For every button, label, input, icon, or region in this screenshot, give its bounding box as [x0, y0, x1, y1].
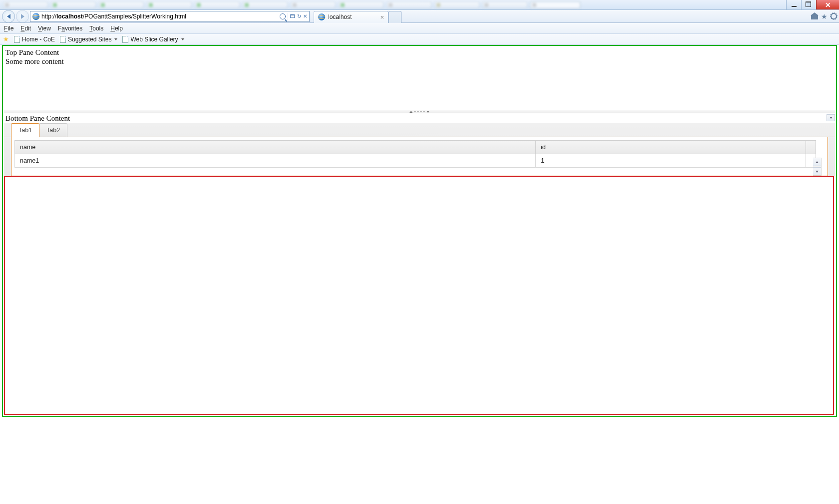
chevron-down-icon: [830, 117, 833, 119]
window-minimize-button[interactable]: [786, 0, 801, 9]
scroll-down-button[interactable]: [827, 114, 835, 121]
chevron-down-icon: [181, 38, 184, 40]
scroll-down-button[interactable]: [813, 167, 821, 175]
menu-view[interactable]: View: [38, 25, 51, 32]
collapse-down-icon: [426, 111, 429, 113]
address-bar-actions: 🗔 ↻ ✕: [280, 13, 307, 20]
table-row[interactable]: name1 1: [15, 154, 816, 168]
ie-logo-icon: [32, 13, 39, 20]
page-icon: [14, 36, 20, 43]
cell-name: name1: [15, 154, 536, 168]
favorites-bar: ★ Home - CoE Suggested Sites Web Slice G…: [0, 34, 839, 45]
page-viewport: Top Pane Content Some more content Botto…: [2, 45, 837, 504]
browser-navbar: http://localhost/POGanttSamples/Splitter…: [0, 10, 839, 23]
top-pane: Top Pane Content Some more content: [4, 47, 835, 109]
add-favorite-icon[interactable]: ★: [3, 35, 9, 43]
background-browser-tabs: [0, 0, 786, 9]
top-pane-line1: Top Pane Content: [5, 48, 834, 57]
menu-favorites[interactable]: Favorites: [58, 25, 82, 32]
tab-tab1[interactable]: Tab1: [11, 123, 39, 137]
browser-tab-active[interactable]: localhost ×: [314, 11, 389, 23]
chevron-down-icon: [114, 38, 117, 40]
bottom-pane-title: Bottom Pane Content: [4, 114, 835, 123]
cell-id: 1: [535, 154, 806, 168]
tabstrip: Tab1 Tab2 name id: [4, 123, 835, 176]
grid-scrollbar[interactable]: [813, 158, 822, 176]
arrow-right-icon: [21, 14, 24, 19]
close-tab-icon[interactable]: ×: [380, 14, 384, 20]
address-bar[interactable]: http://localhost/POGanttSamples/Splitter…: [30, 11, 310, 22]
window-restore-button[interactable]: [801, 0, 816, 9]
refresh-icon[interactable]: ↻: [297, 13, 301, 19]
tools-gear-icon[interactable]: [831, 13, 837, 19]
menu-file[interactable]: File: [4, 25, 13, 32]
collapse-up-icon: [410, 111, 413, 113]
new-tab-button[interactable]: [389, 11, 402, 23]
tabstrip-body: name id name1 1: [11, 137, 828, 176]
compat-view-icon[interactable]: 🗔: [290, 13, 295, 19]
search-icon[interactable]: [280, 13, 286, 19]
favorite-home-coe[interactable]: Home - CoE: [14, 36, 55, 43]
empty-red-region: [4, 176, 834, 415]
arrow-left-icon: [7, 14, 10, 19]
outer-container: Top Pane Content Some more content Botto…: [2, 45, 837, 417]
scroll-up-button[interactable]: [813, 158, 821, 166]
menubar: File Edit View Favorites Tools Help: [0, 23, 839, 34]
splitter-grip-icon: [414, 111, 425, 112]
favorites-icon[interactable]: ★: [821, 13, 828, 20]
menu-edit[interactable]: Edit: [20, 25, 31, 32]
window-close-button[interactable]: ✕: [816, 0, 839, 9]
stop-icon[interactable]: ✕: [303, 13, 307, 19]
grid-col-name[interactable]: name: [15, 141, 536, 154]
browser-tab-title: localhost: [328, 13, 352, 20]
window-titlebar: ✕: [0, 0, 839, 10]
back-button[interactable]: [2, 10, 15, 23]
menu-help[interactable]: Help: [110, 25, 123, 32]
home-icon[interactable]: [811, 13, 818, 19]
top-pane-line2: Some more content: [5, 57, 834, 66]
menu-tools[interactable]: Tools: [89, 25, 103, 32]
page-icon: [60, 36, 66, 43]
tab-tab2[interactable]: Tab2: [39, 123, 67, 137]
favorite-suggested-sites[interactable]: Suggested Sites: [60, 36, 117, 43]
grid-col-spacer: [806, 141, 816, 154]
chevron-up-icon: [816, 161, 819, 163]
data-grid: name id name1 1: [14, 140, 825, 176]
tabstrip-tabs: Tab1 Tab2: [4, 123, 835, 137]
favorite-web-slice-gallery[interactable]: Web Slice Gallery: [122, 36, 184, 43]
chevron-down-icon: [816, 171, 819, 173]
grid-header-row: name id: [15, 141, 816, 154]
horizontal-splitter[interactable]: [4, 110, 835, 113]
forward-button[interactable]: [16, 10, 29, 23]
url-text: http://localhost/POGanttSamples/Splitter…: [41, 13, 186, 20]
ie-logo-icon: [318, 13, 325, 20]
page-icon: [122, 36, 128, 43]
grid-col-id[interactable]: id: [535, 141, 806, 154]
